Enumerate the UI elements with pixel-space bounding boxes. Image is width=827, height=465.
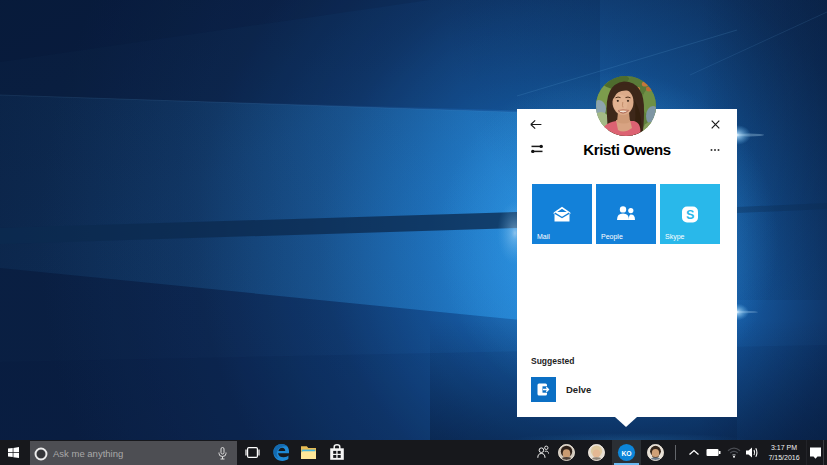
svg-text:S: S: [686, 208, 694, 222]
svg-text:KO: KO: [621, 450, 631, 457]
